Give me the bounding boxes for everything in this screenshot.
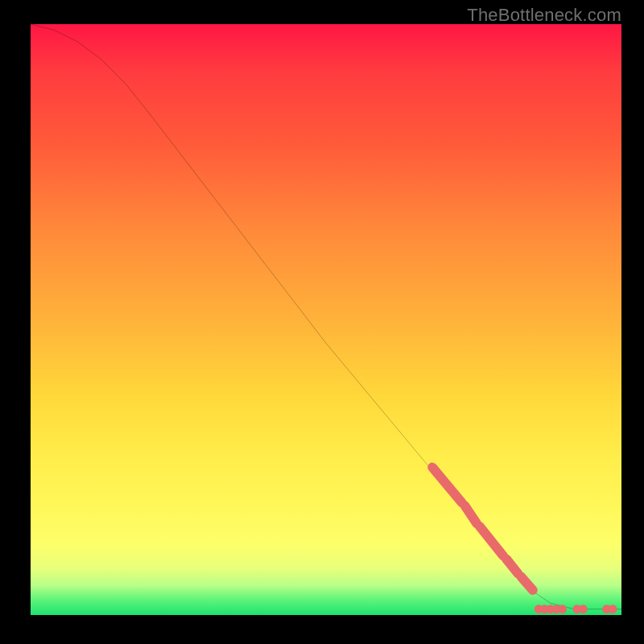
highlight-dots <box>535 605 617 613</box>
highlight-segments <box>432 468 533 591</box>
plot-area <box>31 24 621 615</box>
highlight-dot <box>558 605 567 613</box>
highlight-segment <box>432 468 462 503</box>
chart-overlay <box>31 24 621 615</box>
highlight-dot <box>608 605 617 613</box>
highlight-segment <box>506 559 518 573</box>
highlight-segment <box>480 526 503 556</box>
curve-line <box>31 24 621 609</box>
chart-stage: TheBottleneck.com <box>0 0 644 644</box>
highlight-segment <box>521 576 533 590</box>
highlight-segment <box>464 506 477 523</box>
attribution-text: TheBottleneck.com <box>467 5 621 26</box>
highlight-dot <box>579 605 588 613</box>
